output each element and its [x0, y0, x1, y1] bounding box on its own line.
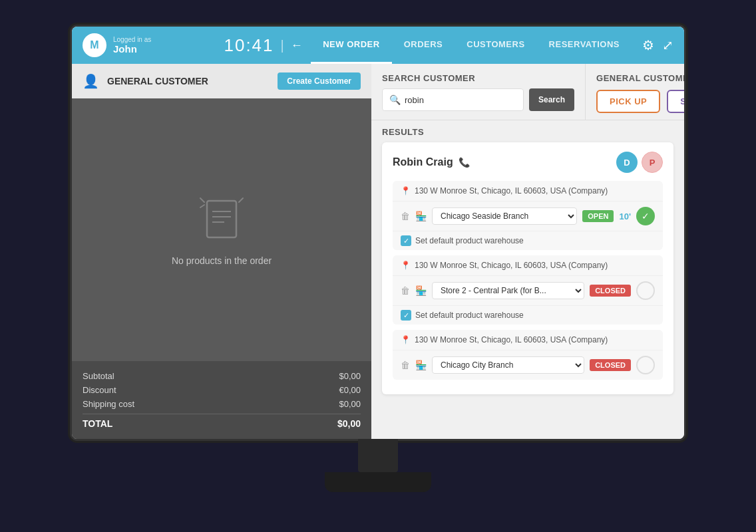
customer-name-label: GENERAL CUSTOMER [107, 76, 270, 86]
discount-row: Discount €0,00 [83, 383, 361, 397]
pin-icon-2: 📍 [401, 261, 411, 270]
address-row-1: 📍 130 W Monroe St, Chicago, IL 60603, US… [393, 181, 663, 250]
settings-icon[interactable]: ⚙ [642, 37, 654, 53]
logged-in-as-label: Logged in as [113, 36, 151, 43]
expand-icon[interactable]: ⤢ [662, 37, 673, 53]
monitor-stand [325, 439, 431, 492]
left-panel: 👤 GENERAL CUSTOMER Create Customer No [72, 64, 371, 439]
store-row-2: 🗑 🏪 Store 2 - Central Park (for B... CLO… [393, 276, 663, 305]
search-input-wrap: 🔍 [382, 88, 524, 111]
subtotal-label: Subtotal [83, 371, 114, 381]
pin-icon-3: 📍 [401, 335, 411, 344]
avatar: M [83, 33, 106, 57]
default-warehouse-row-2: ✓ Set default product warehouse [393, 305, 663, 325]
store-select-2[interactable]: Store 2 - Central Park (for B... [432, 282, 584, 299]
delete-icon-3[interactable]: 🗑 [401, 360, 410, 370]
total-label: TOTAL [83, 418, 112, 429]
address-row-3: 📍 130 W Monroe St, Chicago, IL 60603, US… [393, 330, 663, 380]
tab-reservations[interactable]: RESERVATIONS [537, 27, 632, 64]
stand-neck [358, 439, 398, 472]
nav-icons: ⚙ ⤢ [642, 37, 673, 53]
user-info: Logged in as John [113, 36, 151, 55]
discount-value: €0,00 [339, 385, 361, 395]
main-layout: 👤 GENERAL CUSTOMER Create Customer No [72, 64, 684, 439]
badge-p[interactable]: P [642, 152, 663, 173]
address-line-2: 📍 130 W Monroe St, Chicago, IL 60603, US… [393, 255, 663, 276]
delete-icon-2[interactable]: 🗑 [401, 285, 410, 296]
status-badge-3: CLOSED [590, 359, 631, 371]
subtotal-value: $0,00 [339, 371, 361, 381]
store-row-3: 🗑 🏪 Chicago City Branch CLOSED [393, 350, 663, 380]
store-icon-3: 🏪 [415, 360, 427, 370]
store-icon-1: 🏪 [415, 211, 427, 221]
svg-rect-0 [207, 201, 236, 237]
selected-indicator-3[interactable] [636, 356, 655, 374]
tab-new-order[interactable]: NEW ORDER [311, 27, 391, 64]
search-left: SEARCH CUSTOMER 🔍 Search [371, 64, 585, 120]
back-arrow-icon[interactable]: ← [291, 39, 303, 53]
delete-icon-1[interactable]: 🗑 [401, 211, 410, 221]
pickup-button[interactable]: PICK UP [596, 90, 660, 113]
result-header: Robin Craig 📞 D P [393, 152, 663, 173]
top-navigation: M Logged in as John 10:41 | ← NEW ORDER … [72, 27, 684, 64]
search-input[interactable] [405, 89, 516, 110]
badge-d[interactable]: D [616, 152, 638, 173]
default-warehouse-label-2: Set default product warehouse [415, 311, 524, 320]
address-row-2: 📍 130 W Monroe St, Chicago, IL 60603, US… [393, 255, 663, 325]
address-line-1: 📍 130 W Monroe St, Chicago, IL 60603, US… [393, 181, 663, 201]
result-badges: D P [616, 152, 663, 173]
top-section: SEARCH CUSTOMER 🔍 Search GENERAL CUSTOME… [371, 64, 684, 120]
pin-icon-1: 📍 [401, 186, 411, 196]
time-section: 10:41 | ← [216, 35, 311, 56]
gc-buttons: PICK UP SIT IN [596, 90, 684, 113]
default-warehouse-row-1: ✓ Set default product warehouse [393, 231, 663, 250]
default-warehouse-checkbox-2[interactable]: ✓ [401, 310, 411, 321]
store-row-1: 🗑 🏪 Chicago Seaside Branch OPEN 10' ✓ [393, 201, 663, 231]
general-customer-title: GENERAL CUSTOMER [596, 73, 684, 83]
address-line-3: 📍 130 W Monroe St, Chicago, IL 60603, US… [393, 330, 663, 350]
order-empty-area: No products in the order [72, 98, 371, 361]
default-warehouse-checkbox-1[interactable]: ✓ [401, 235, 411, 246]
result-name: Robin Craig 📞 [393, 156, 470, 168]
user-name: John [113, 43, 151, 55]
sitin-button[interactable]: SIT IN [667, 90, 684, 113]
discount-label: Discount [83, 385, 116, 395]
search-icon: 🔍 [389, 94, 401, 105]
time-badge-1: 10' [619, 211, 631, 221]
status-badge-1: OPEN [582, 210, 614, 222]
total-row: TOTAL $0,00 [83, 414, 361, 431]
nav-tabs: NEW ORDER ORDERS CUSTOMERS RESERVATIONS [311, 27, 632, 64]
total-value: $0,00 [337, 418, 361, 429]
receipt-icon [195, 194, 248, 247]
store-select-3[interactable]: Chicago City Branch [432, 356, 584, 374]
results-section: RESULTS Robin Craig 📞 D P [371, 120, 684, 439]
store-icon-2: 🏪 [415, 285, 427, 296]
phone-icon: 📞 [459, 157, 470, 168]
customer-bar: 👤 GENERAL CUSTOMER Create Customer [72, 64, 371, 98]
subtotal-row: Subtotal $0,00 [83, 369, 361, 383]
result-card: Robin Craig 📞 D P 📍 [382, 142, 673, 394]
no-products-text: No products in the order [172, 255, 272, 266]
shipping-value: $0,00 [339, 399, 361, 409]
search-button[interactable]: Search [529, 88, 574, 111]
order-totals: Subtotal $0,00 Discount €0,00 Shipping c… [72, 361, 371, 439]
tab-customers[interactable]: CUSTOMERS [455, 27, 536, 64]
stand-base [325, 472, 431, 492]
nav-divider: | [281, 38, 284, 53]
time-display: 10:41 [224, 35, 274, 56]
shipping-row: Shipping cost $0,00 [83, 397, 361, 411]
status-badge-2: CLOSED [590, 285, 631, 297]
selected-indicator-2[interactable] [636, 281, 655, 300]
store-select-1[interactable]: Chicago Seaside Branch [432, 207, 577, 225]
right-panel: SEARCH CUSTOMER 🔍 Search GENERAL CUSTOME… [371, 64, 684, 439]
search-row: 🔍 Search [382, 88, 574, 111]
selected-indicator-1[interactable]: ✓ [636, 207, 655, 225]
search-title: SEARCH CUSTOMER [382, 73, 574, 83]
results-title: RESULTS [382, 127, 673, 137]
shipping-label: Shipping cost [83, 399, 134, 409]
default-warehouse-label-1: Set default product warehouse [415, 236, 524, 245]
user-section: M Logged in as John [83, 33, 216, 57]
general-customer-section: GENERAL CUSTOMER PICK UP SIT IN [585, 64, 684, 120]
create-customer-button[interactable]: Create Customer [278, 72, 361, 90]
tab-orders[interactable]: ORDERS [392, 27, 455, 64]
